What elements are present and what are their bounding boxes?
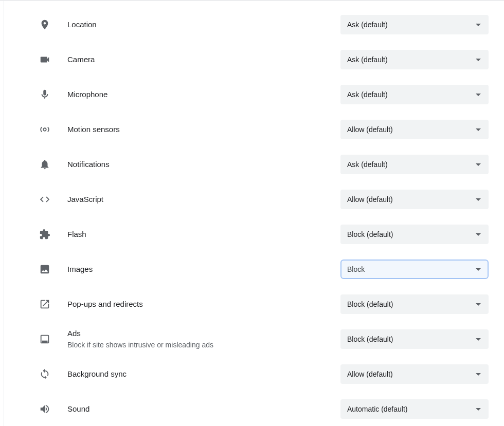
dropdown-ads[interactable]: Block (default) <box>340 329 489 349</box>
dropdown-background-sync[interactable]: Allow (default) <box>340 364 489 384</box>
setting-text-motion-sensors: Motion sensors <box>51 124 340 135</box>
setting-label: JavaScript <box>67 194 330 205</box>
chevron-down-icon <box>476 59 481 61</box>
setting-row-javascript: JavaScript Allow (default) <box>39 182 489 217</box>
flash-icon <box>39 228 51 240</box>
site-settings-list: Location Ask (default) Camera Ask (defau… <box>0 0 504 426</box>
setting-label: Motion sensors <box>67 124 330 135</box>
setting-label: Background sync <box>67 369 330 379</box>
setting-label: Images <box>67 264 330 274</box>
chevron-down-icon <box>476 303 481 306</box>
dropdown-value: Allow (default) <box>347 370 476 378</box>
dropdown-popups[interactable]: Block (default) <box>340 294 489 314</box>
setting-row-notifications: Notifications Ask (default) <box>39 147 489 182</box>
dropdown-value: Block (default) <box>347 300 476 308</box>
chevron-down-icon <box>476 233 481 236</box>
dropdown-value: Automatic (default) <box>347 405 476 413</box>
dropdown-value: Block (default) <box>347 335 476 343</box>
dropdown-images[interactable]: Block <box>340 260 489 279</box>
popups-icon <box>39 298 51 310</box>
setting-sublabel: Block if site shows intrusive or mislead… <box>67 340 330 350</box>
setting-text-sound: Sound <box>51 404 340 414</box>
dropdown-value: Ask (default) <box>347 90 476 99</box>
top-border <box>0 0 504 1</box>
chevron-down-icon <box>476 163 481 166</box>
images-icon <box>39 263 51 275</box>
setting-label: Camera <box>67 54 330 65</box>
setting-row-microphone: Microphone Ask (default) <box>39 77 489 112</box>
setting-row-location: Location Ask (default) <box>39 7 489 42</box>
dropdown-flash[interactable]: Block (default) <box>340 225 489 244</box>
setting-label: Flash <box>67 229 330 239</box>
dropdown-motion-sensors[interactable]: Allow (default) <box>340 120 489 139</box>
dropdown-value: Allow (default) <box>347 195 476 203</box>
setting-text-popups: Pop-ups and redirects <box>51 299 340 309</box>
ads-icon <box>39 333 51 345</box>
setting-label: Sound <box>67 404 330 414</box>
chevron-down-icon <box>476 373 481 376</box>
setting-text-images: Images <box>51 264 340 274</box>
setting-text-location: Location <box>51 20 340 30</box>
setting-label: Pop-ups and redirects <box>67 299 330 309</box>
location-icon <box>39 18 51 31</box>
chevron-down-icon <box>476 94 481 96</box>
sound-icon <box>39 403 51 415</box>
setting-text-camera: Camera <box>51 54 340 65</box>
dropdown-value: Ask (default) <box>347 21 476 29</box>
setting-text-notifications: Notifications <box>51 159 340 170</box>
setting-row-motion-sensors: Motion sensors Allow (default) <box>39 112 489 147</box>
setting-text-javascript: JavaScript <box>51 194 340 205</box>
dropdown-javascript[interactable]: Allow (default) <box>340 190 489 209</box>
setting-row-flash: Flash Block (default) <box>39 217 489 252</box>
setting-row-sound: Sound Automatic (default) <box>39 392 489 426</box>
setting-row-background-sync: Background sync Allow (default) <box>39 357 489 392</box>
dropdown-value: Ask (default) <box>347 160 476 169</box>
dropdown-value: Block <box>347 265 476 273</box>
setting-row-popups: Pop-ups and redirects Block (default) <box>39 287 489 322</box>
chevron-down-icon <box>476 198 481 201</box>
motion-sensors-icon <box>39 123 51 136</box>
setting-label: Ads <box>67 328 330 339</box>
dropdown-camera[interactable]: Ask (default) <box>340 50 489 69</box>
setting-text-flash: Flash <box>51 229 340 239</box>
chevron-down-icon <box>476 408 481 411</box>
chevron-down-icon <box>476 338 481 341</box>
dropdown-sound[interactable]: Automatic (default) <box>340 399 489 419</box>
setting-row-ads: Ads Block if site shows intrusive or mis… <box>39 322 489 357</box>
setting-text-microphone: Microphone <box>51 89 340 100</box>
background-sync-icon <box>39 368 51 380</box>
setting-label: Location <box>67 20 330 30</box>
dropdown-value: Block (default) <box>347 230 476 238</box>
notifications-icon <box>39 158 51 171</box>
dropdown-value: Allow (default) <box>347 125 476 134</box>
dropdown-value: Ask (default) <box>347 55 476 64</box>
setting-label: Microphone <box>67 89 330 100</box>
chevron-down-icon <box>476 268 481 271</box>
setting-row-camera: Camera Ask (default) <box>39 42 489 77</box>
setting-row-images: Images Block <box>39 252 489 287</box>
dropdown-location[interactable]: Ask (default) <box>340 15 489 34</box>
camera-icon <box>39 53 51 66</box>
dropdown-notifications[interactable]: Ask (default) <box>340 155 489 174</box>
setting-text-ads: Ads Block if site shows intrusive or mis… <box>51 328 340 350</box>
chevron-down-icon <box>476 128 481 131</box>
chevron-down-icon <box>476 24 481 26</box>
left-border <box>4 0 4 426</box>
setting-label: Notifications <box>67 159 330 170</box>
dropdown-microphone[interactable]: Ask (default) <box>340 85 489 104</box>
javascript-icon <box>39 193 51 206</box>
microphone-icon <box>39 88 51 101</box>
setting-text-background-sync: Background sync <box>51 369 340 379</box>
